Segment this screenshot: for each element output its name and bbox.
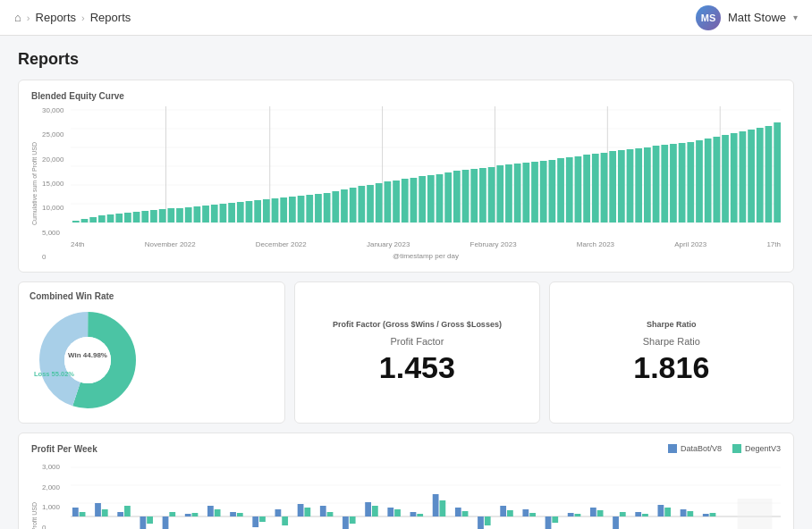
svg-rect-139	[433, 494, 439, 516]
profit-factor-card: Profit Factor (Gross $Wins / Gross $Loss…	[294, 281, 539, 424]
svg-rect-14	[81, 219, 89, 223]
svg-rect-141	[455, 508, 461, 516]
svg-rect-85	[696, 140, 703, 223]
svg-rect-145	[500, 506, 506, 516]
svg-rect-124	[259, 516, 266, 522]
svg-rect-93	[765, 126, 773, 223]
svg-rect-143	[478, 516, 484, 529]
y-tick: 30,000	[42, 106, 67, 114]
svg-rect-65	[522, 163, 529, 223]
profit-week-title: Profit Per Week	[31, 444, 97, 454]
svg-rect-19	[124, 213, 131, 223]
legend-item-databot: DataBot/V8	[668, 444, 722, 453]
pw-y-tick: 2,000	[42, 483, 67, 491]
main-content: Reports Blended Equity Curve Cumulative …	[0, 36, 812, 529]
svg-rect-158	[642, 514, 648, 516]
equity-curve-card: Blended Equity Curve Cumulative sum of P…	[18, 80, 794, 273]
svg-rect-16	[98, 215, 106, 223]
svg-rect-109	[95, 503, 101, 516]
svg-rect-38	[289, 197, 296, 223]
svg-rect-20	[133, 212, 140, 223]
svg-rect-24	[167, 208, 174, 223]
svg-rect-159	[658, 505, 664, 516]
svg-rect-107	[72, 508, 79, 516]
home-icon[interactable]: ⌂	[14, 11, 21, 24]
x-tick: December 2022	[256, 240, 307, 248]
win-rate-title: Combined Win Rate	[30, 291, 274, 301]
svg-rect-54	[427, 175, 435, 223]
svg-rect-146	[507, 510, 513, 516]
svg-rect-116	[169, 512, 175, 516]
legend-label-degent: DegentV3	[745, 444, 781, 453]
svg-rect-130	[327, 512, 334, 516]
svg-rect-27	[193, 206, 200, 223]
svg-rect-160	[664, 508, 671, 516]
svg-rect-76	[618, 150, 625, 223]
svg-rect-73	[592, 154, 599, 223]
svg-rect-138	[417, 514, 423, 516]
svg-rect-36	[272, 198, 279, 223]
svg-rect-122	[237, 513, 243, 516]
svg-rect-37	[280, 197, 287, 223]
profit-week-card: Profit Per Week DataBot/V8 DegentV3 Sum …	[18, 432, 794, 529]
svg-rect-56	[444, 172, 452, 223]
breadcrumb-reports-1[interactable]: Reports	[36, 11, 77, 24]
legend-color-degent	[732, 444, 741, 453]
breadcrumb-reports-2[interactable]: Reports	[90, 11, 131, 24]
svg-rect-133	[365, 502, 371, 516]
svg-rect-119	[207, 506, 214, 516]
profit-factor-title: Profit Factor (Gross $Wins / Gross $Loss…	[333, 320, 502, 329]
svg-rect-57	[453, 171, 461, 223]
svg-rect-74	[601, 153, 608, 223]
donut-chart: Win 44.98% Loss 55.02%	[30, 306, 155, 414]
avatar: MS	[696, 5, 721, 30]
pw-y-tick: 3,000	[42, 463, 67, 471]
svg-rect-28	[202, 206, 209, 223]
svg-rect-29	[211, 205, 218, 223]
svg-rect-61	[488, 167, 495, 223]
chevron-down-icon: ▾	[793, 13, 798, 22]
svg-rect-127	[298, 504, 304, 516]
svg-rect-152	[575, 514, 581, 516]
svg-rect-126	[282, 516, 288, 525]
svg-rect-154	[597, 510, 604, 516]
svg-rect-77	[627, 149, 634, 223]
svg-rect-70	[566, 157, 573, 223]
svg-rect-121	[230, 512, 236, 516]
svg-rect-53	[419, 176, 426, 223]
svg-rect-50	[393, 181, 400, 223]
svg-rect-75	[609, 151, 616, 223]
svg-rect-22	[150, 210, 157, 223]
svg-rect-42	[324, 193, 331, 223]
user-menu[interactable]: MS Matt Stowe ▾	[696, 5, 798, 30]
svg-rect-162	[687, 511, 693, 516]
svg-rect-84	[687, 142, 694, 223]
profit-week-chart	[71, 463, 781, 529]
svg-rect-137	[410, 512, 417, 516]
pw-y-tick: 1,000	[42, 503, 67, 511]
svg-rect-123	[252, 516, 258, 527]
y-tick: 5,000	[42, 229, 67, 237]
svg-rect-134	[372, 506, 378, 516]
y-tick: 25,000	[42, 130, 67, 139]
svg-rect-35	[263, 199, 270, 223]
svg-rect-49	[385, 181, 392, 223]
svg-rect-91	[748, 130, 755, 223]
svg-rect-59	[470, 169, 478, 223]
svg-rect-115	[163, 516, 169, 529]
svg-rect-26	[185, 207, 192, 223]
svg-rect-86	[705, 139, 712, 223]
svg-rect-78	[635, 148, 642, 223]
svg-rect-144	[485, 516, 491, 525]
sep-2: ›	[81, 13, 85, 23]
svg-rect-44	[341, 189, 348, 223]
svg-rect-94	[774, 122, 781, 223]
svg-rect-55	[436, 174, 444, 223]
svg-rect-18	[115, 214, 123, 223]
svg-rect-69	[557, 158, 564, 223]
svg-rect-136	[394, 509, 401, 516]
y-tick: 0	[42, 253, 67, 261]
svg-rect-151	[568, 513, 574, 516]
svg-rect-114	[147, 516, 153, 524]
x-tick: 17th	[766, 240, 781, 248]
